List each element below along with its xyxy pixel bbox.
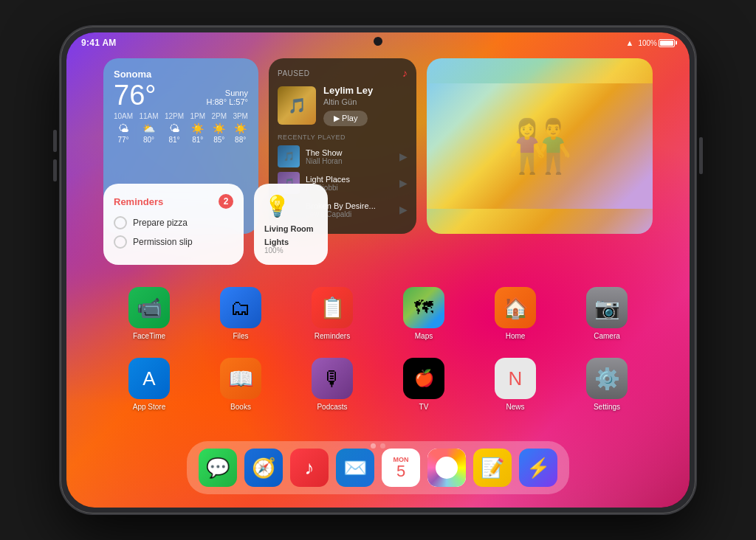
- battery-fill: [660, 41, 673, 46]
- weather-sunny-label: Sunny: [225, 89, 248, 97]
- podcasts-label: Podcasts: [317, 403, 347, 411]
- lights-name-label: Lights: [264, 238, 314, 246]
- forecast-1pm: 1PM ☀️ 81°: [190, 112, 206, 144]
- music-note-icon: ♪: [402, 67, 408, 79]
- home-icon: 🏠: [495, 287, 536, 328]
- lights-widget[interactable]: 💡 Living Room Lights 100%: [254, 184, 328, 265]
- maps-icon: 🗺: [403, 287, 444, 328]
- app-camera[interactable]: 📷 Camera: [574, 287, 640, 340]
- status-time: 9:41 AM: [81, 38, 117, 48]
- app-files[interactable]: 🗂 Files: [207, 287, 274, 340]
- apps-grid: 📹 FaceTime 🗂 Files 📋 Reminders 🗺 Maps 🏠: [103, 287, 653, 411]
- maps-label: Maps: [415, 332, 433, 340]
- dock-messages[interactable]: 💬: [199, 449, 237, 487]
- np-recent-item-1[interactable]: 🎵 The Show Niall Horan ▶: [278, 145, 408, 167]
- np-title: Leylim Ley: [323, 85, 408, 96]
- appstore-label: App Store: [133, 403, 165, 411]
- forecast-12pm: 12PM 🌤 81°: [165, 112, 184, 144]
- recent-title-2: Light Places: [306, 175, 394, 184]
- app-books[interactable]: 📖 Books: [207, 358, 274, 411]
- battery-icon: 100%: [638, 39, 675, 47]
- np-artist: Altin Gün: [323, 97, 408, 106]
- tv-label: TV: [419, 403, 429, 411]
- weather-location: Sonoma: [114, 69, 248, 80]
- np-main-track: 🎵 Leylim Ley Altin Gün ▶ Play: [278, 85, 408, 126]
- np-recently-played-label: RECENTLY PLAYED: [278, 134, 408, 141]
- dock-music[interactable]: ♪: [290, 449, 329, 487]
- app-podcasts[interactable]: 🎙 Podcasts: [299, 358, 365, 411]
- photo-widget[interactable]: 👫: [427, 58, 653, 234]
- news-icon: N: [495, 358, 536, 399]
- battery-bar: [659, 39, 675, 47]
- recent-play-icon-1[interactable]: ▶: [399, 150, 408, 162]
- app-tv[interactable]: 🍎 TV: [391, 358, 457, 411]
- np-header: PAUSED ♪: [278, 67, 408, 79]
- recent-thumb-1: 🎵: [278, 145, 300, 167]
- dock: 💬 🧭 ♪ ✉️ MON 5 📝: [187, 441, 569, 494]
- app-facetime[interactable]: 📹 FaceTime: [116, 287, 182, 340]
- recent-play-icon-2[interactable]: ▶: [399, 177, 408, 189]
- recent-play-icon-3[interactable]: ▶: [399, 204, 408, 215]
- volume-up-button[interactable]: [53, 130, 57, 152]
- calendar-day: 5: [396, 463, 405, 480]
- books-label: Books: [230, 403, 251, 411]
- appstore-icon: A: [128, 358, 170, 399]
- reminder-circle-2[interactable]: [114, 235, 127, 249]
- dock-notes[interactable]: 📝: [473, 449, 512, 487]
- lightbulb-icon: 💡: [264, 194, 290, 218]
- dock-photos[interactable]: [427, 449, 466, 487]
- dock-shortcuts[interactable]: ⚡: [519, 449, 557, 487]
- reminders-header: Reminders 2: [114, 194, 233, 209]
- screen: 9:41 AM ▲ 100% Sonoma 76° Sunny H:88°: [66, 32, 690, 508]
- podcasts-icon: 🎙: [312, 358, 353, 399]
- recent-artist-1: Niall Horan: [306, 157, 394, 165]
- app-news[interactable]: N News: [482, 358, 549, 411]
- app-maps[interactable]: 🗺 Maps: [391, 287, 457, 340]
- settings-label: Settings: [594, 403, 620, 411]
- lights-room-label: Living Room: [264, 224, 314, 233]
- forecast-11am: 11AM ⛅ 80°: [140, 112, 159, 144]
- facetime-icon: 📹: [128, 287, 170, 328]
- reminders-widget[interactable]: Reminders 2 Prepare pizza Permission sli…: [103, 184, 244, 265]
- files-label: Files: [233, 332, 248, 340]
- recent-title-1: The Show: [306, 148, 394, 157]
- wifi-icon: ▲: [626, 38, 634, 47]
- app-row-2: A App Store 📖 Books 🎙 Podcasts 🍎 TV: [103, 358, 653, 411]
- news-label: News: [506, 403, 524, 411]
- np-track-info: Leylim Ley Altin Gün ▶ Play: [323, 85, 408, 126]
- files-icon: 🗂: [220, 287, 261, 328]
- np-play-button[interactable]: ▶ Play: [323, 111, 368, 126]
- app-reminders[interactable]: 📋 Reminders: [299, 287, 365, 340]
- power-button[interactable]: [699, 137, 703, 174]
- dock-mail[interactable]: ✉️: [336, 449, 374, 487]
- reminder-circle-1[interactable]: [114, 216, 127, 229]
- status-right-icons: ▲ 100%: [626, 38, 675, 47]
- reminder-item-1: Prepare pizza: [114, 216, 233, 229]
- camera-label: Camera: [594, 332, 620, 340]
- app-appstore[interactable]: A App Store: [116, 358, 182, 411]
- home-label: Home: [506, 332, 526, 340]
- weather-forecast: 10AM 🌤 77° 11AM ⛅ 80° 12PM 🌤 81°: [114, 112, 248, 144]
- reminder-item-2: Permission slip: [114, 235, 233, 249]
- forecast-2pm: 2PM ☀️ 85°: [211, 112, 227, 144]
- volume-down-button[interactable]: [53, 159, 57, 181]
- reminder-text-1: Prepare pizza: [133, 218, 188, 228]
- app-home[interactable]: 🏠 Home: [482, 287, 549, 340]
- ipad-device: 9:41 AM ▲ 100% Sonoma 76° Sunny H:88°: [61, 27, 695, 513]
- dock-safari[interactable]: 🧭: [244, 449, 283, 487]
- forecast-10am: 10AM 🌤 77°: [114, 112, 133, 144]
- lights-value: 100%: [264, 246, 314, 255]
- np-album-art: 🎵: [278, 86, 316, 125]
- reminders-app-label: Reminders: [315, 332, 350, 340]
- settings-icon: ⚙️: [586, 358, 628, 399]
- forecast-3pm: 3PM ☀️ 88°: [233, 112, 248, 144]
- app-row-1: 📹 FaceTime 🗂 Files 📋 Reminders 🗺 Maps 🏠: [103, 287, 653, 340]
- small-widgets-row: Reminders 2 Prepare pizza Permission sli…: [103, 184, 328, 265]
- camera-icon: 📷: [586, 287, 628, 328]
- reminders-app-icon: 📋: [312, 287, 353, 328]
- app-settings[interactable]: ⚙️ Settings: [574, 358, 640, 411]
- weather-lo: L:57°: [229, 97, 248, 106]
- books-icon: 📖: [220, 358, 261, 399]
- tv-icon: 🍎: [403, 358, 444, 399]
- dock-calendar[interactable]: MON 5: [382, 449, 420, 487]
